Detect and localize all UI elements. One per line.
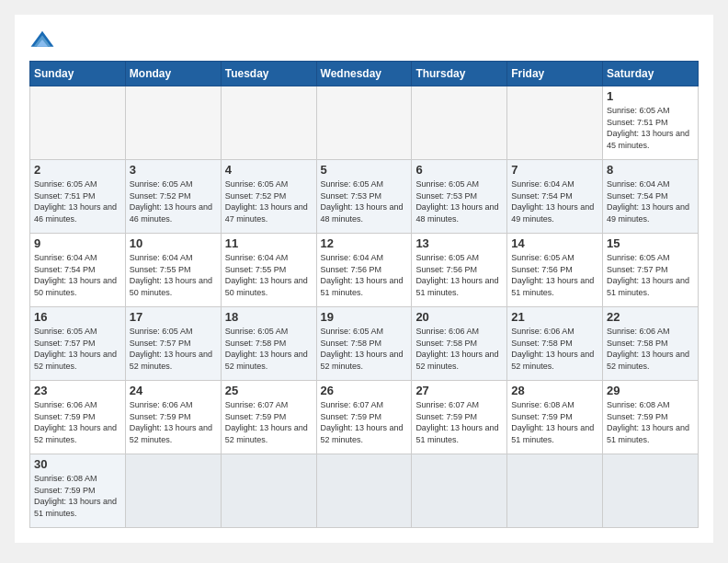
- day-info: Sunrise: 6:04 AM Sunset: 7:55 PM Dayligh…: [225, 252, 313, 298]
- day-info: Sunrise: 6:07 AM Sunset: 7:59 PM Dayligh…: [321, 399, 408, 445]
- calendar-cell: 20Sunrise: 6:06 AM Sunset: 7:58 PM Dayli…: [412, 307, 507, 381]
- day-number: 10: [130, 236, 217, 250]
- day-info: Sunrise: 6:05 AM Sunset: 7:56 PM Dayligh…: [415, 252, 503, 298]
- day-number: 20: [415, 310, 503, 324]
- calendar-cell: 24Sunrise: 6:06 AM Sunset: 7:59 PM Dayli…: [125, 381, 221, 454]
- day-number: 12: [321, 236, 408, 250]
- calendar-cell: 19Sunrise: 6:05 AM Sunset: 7:58 PM Dayli…: [316, 307, 412, 381]
- calendar-cell: 16Sunrise: 6:05 AM Sunset: 7:57 PM Dayli…: [30, 307, 126, 381]
- day-info: Sunrise: 6:05 AM Sunset: 7:57 PM Dayligh…: [34, 326, 121, 372]
- calendar-cell: 5Sunrise: 6:05 AM Sunset: 7:53 PM Daylig…: [316, 160, 412, 234]
- day-info: Sunrise: 6:05 AM Sunset: 7:52 PM Dayligh…: [130, 178, 217, 224]
- day-number: 9: [34, 236, 121, 250]
- day-number: 18: [225, 310, 313, 324]
- calendar-page: SundayMondayTuesdayWednesdayThursdayFrid…: [15, 15, 713, 543]
- calendar-cell: 11Sunrise: 6:04 AM Sunset: 7:55 PM Dayli…: [221, 234, 316, 307]
- calendar-cell: 26Sunrise: 6:07 AM Sunset: 7:59 PM Dayli…: [316, 381, 412, 454]
- day-info: Sunrise: 6:06 AM Sunset: 7:59 PM Dayligh…: [34, 399, 121, 445]
- day-info: Sunrise: 6:05 AM Sunset: 7:51 PM Dayligh…: [607, 105, 694, 151]
- day-info: Sunrise: 6:06 AM Sunset: 7:58 PM Dayligh…: [607, 326, 694, 372]
- day-number: 2: [34, 163, 121, 177]
- day-info: Sunrise: 6:05 AM Sunset: 7:58 PM Dayligh…: [225, 326, 313, 372]
- week-row-5: 30Sunrise: 6:08 AM Sunset: 7:59 PM Dayli…: [30, 454, 699, 528]
- calendar-cell: 3Sunrise: 6:05 AM Sunset: 7:52 PM Daylig…: [125, 160, 221, 234]
- header: [29, 29, 699, 50]
- weekday-header-tuesday: Tuesday: [221, 62, 316, 86]
- day-number: 5: [321, 163, 408, 177]
- day-number: 25: [225, 384, 313, 397]
- day-number: 7: [511, 163, 598, 177]
- day-info: Sunrise: 6:05 AM Sunset: 7:56 PM Dayligh…: [511, 252, 598, 298]
- day-info: Sunrise: 6:04 AM Sunset: 7:56 PM Dayligh…: [321, 252, 408, 298]
- calendar-cell: 21Sunrise: 6:06 AM Sunset: 7:58 PM Dayli…: [507, 307, 603, 381]
- calendar-cell: [221, 454, 316, 528]
- calendar-cell: 9Sunrise: 6:04 AM Sunset: 7:54 PM Daylig…: [30, 234, 126, 307]
- weekday-header-wednesday: Wednesday: [316, 62, 412, 86]
- calendar-table: SundayMondayTuesdayWednesdayThursdayFrid…: [29, 61, 699, 528]
- calendar-cell: [507, 86, 603, 160]
- calendar-cell: 1Sunrise: 6:05 AM Sunset: 7:51 PM Daylig…: [603, 86, 699, 160]
- calendar-cell: [603, 454, 699, 528]
- day-info: Sunrise: 6:05 AM Sunset: 7:58 PM Dayligh…: [321, 326, 408, 372]
- calendar-cell: 14Sunrise: 6:05 AM Sunset: 7:56 PM Dayli…: [507, 234, 603, 307]
- day-info: Sunrise: 6:07 AM Sunset: 7:59 PM Dayligh…: [225, 399, 313, 445]
- calendar-cell: [316, 86, 412, 160]
- day-info: Sunrise: 6:05 AM Sunset: 7:57 PM Dayligh…: [607, 252, 694, 298]
- day-number: 17: [130, 310, 217, 324]
- day-info: Sunrise: 6:05 AM Sunset: 7:52 PM Dayligh…: [225, 178, 313, 224]
- logo: [29, 29, 59, 50]
- weekday-header-saturday: Saturday: [603, 62, 699, 86]
- weekday-header-row: SundayMondayTuesdayWednesdayThursdayFrid…: [30, 62, 699, 86]
- day-number: 6: [415, 163, 503, 177]
- day-number: 26: [321, 384, 408, 397]
- day-number: 16: [34, 310, 121, 324]
- calendar-cell: 30Sunrise: 6:08 AM Sunset: 7:59 PM Dayli…: [30, 454, 126, 528]
- day-info: Sunrise: 6:08 AM Sunset: 7:59 PM Dayligh…: [511, 399, 598, 445]
- day-info: Sunrise: 6:04 AM Sunset: 7:54 PM Dayligh…: [607, 178, 694, 224]
- weekday-header-sunday: Sunday: [30, 62, 126, 86]
- week-row-4: 23Sunrise: 6:06 AM Sunset: 7:59 PM Dayli…: [30, 381, 699, 454]
- calendar-cell: 10Sunrise: 6:04 AM Sunset: 7:55 PM Dayli…: [125, 234, 221, 307]
- day-info: Sunrise: 6:06 AM Sunset: 7:58 PM Dayligh…: [415, 326, 503, 372]
- calendar-cell: 18Sunrise: 6:05 AM Sunset: 7:58 PM Dayli…: [221, 307, 316, 381]
- calendar-cell: 29Sunrise: 6:08 AM Sunset: 7:59 PM Dayli…: [603, 381, 699, 454]
- calendar-cell: 8Sunrise: 6:04 AM Sunset: 7:54 PM Daylig…: [603, 160, 699, 234]
- day-info: Sunrise: 6:08 AM Sunset: 7:59 PM Dayligh…: [607, 399, 694, 445]
- day-number: 1: [607, 89, 694, 103]
- calendar-cell: [125, 454, 221, 528]
- day-number: 8: [607, 163, 694, 177]
- day-info: Sunrise: 6:06 AM Sunset: 7:58 PM Dayligh…: [511, 326, 598, 372]
- day-number: 28: [511, 384, 598, 397]
- calendar-cell: 2Sunrise: 6:05 AM Sunset: 7:51 PM Daylig…: [30, 160, 126, 234]
- logo-icon: [29, 29, 55, 50]
- day-number: 21: [511, 310, 598, 324]
- calendar-cell: [30, 86, 126, 160]
- day-number: 15: [607, 236, 694, 250]
- calendar-cell: 7Sunrise: 6:04 AM Sunset: 7:54 PM Daylig…: [507, 160, 603, 234]
- calendar-cell: [221, 86, 316, 160]
- day-number: 23: [34, 384, 121, 397]
- day-number: 13: [415, 236, 503, 250]
- weekday-header-thursday: Thursday: [412, 62, 507, 86]
- calendar-cell: [412, 86, 507, 160]
- calendar-cell: 22Sunrise: 6:06 AM Sunset: 7:58 PM Dayli…: [603, 307, 699, 381]
- calendar-cell: [125, 86, 221, 160]
- day-number: 11: [225, 236, 313, 250]
- calendar-cell: [507, 454, 603, 528]
- calendar-cell: 17Sunrise: 6:05 AM Sunset: 7:57 PM Dayli…: [125, 307, 221, 381]
- calendar-cell: 28Sunrise: 6:08 AM Sunset: 7:59 PM Dayli…: [507, 381, 603, 454]
- calendar-cell: 6Sunrise: 6:05 AM Sunset: 7:53 PM Daylig…: [412, 160, 507, 234]
- day-info: Sunrise: 6:07 AM Sunset: 7:59 PM Dayligh…: [415, 399, 503, 445]
- day-info: Sunrise: 6:08 AM Sunset: 7:59 PM Dayligh…: [34, 473, 121, 519]
- day-info: Sunrise: 6:04 AM Sunset: 7:55 PM Dayligh…: [130, 252, 217, 298]
- day-number: 14: [511, 236, 598, 250]
- day-info: Sunrise: 6:05 AM Sunset: 7:51 PM Dayligh…: [34, 178, 121, 224]
- day-info: Sunrise: 6:04 AM Sunset: 7:54 PM Dayligh…: [34, 252, 121, 298]
- day-info: Sunrise: 6:06 AM Sunset: 7:59 PM Dayligh…: [130, 399, 217, 445]
- week-row-2: 9Sunrise: 6:04 AM Sunset: 7:54 PM Daylig…: [30, 234, 699, 307]
- day-number: 30: [34, 457, 121, 471]
- week-row-3: 16Sunrise: 6:05 AM Sunset: 7:57 PM Dayli…: [30, 307, 699, 381]
- day-number: 19: [321, 310, 408, 324]
- weekday-header-monday: Monday: [125, 62, 221, 86]
- calendar-cell: 27Sunrise: 6:07 AM Sunset: 7:59 PM Dayli…: [412, 381, 507, 454]
